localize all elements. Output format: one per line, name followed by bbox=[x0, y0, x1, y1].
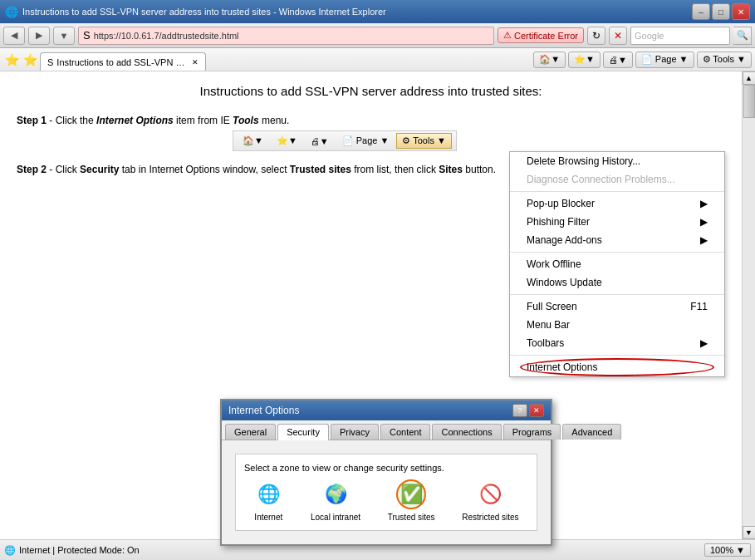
cert-error-badge[interactable]: ⚠ Certificate Error bbox=[498, 27, 584, 43]
close-button[interactable]: ✕ bbox=[732, 3, 750, 20]
url-text: https://10.0.61.7/addtrustedsite.html bbox=[94, 31, 489, 41]
forward-button[interactable]: ▶ bbox=[28, 27, 50, 45]
menu-delete-history[interactable]: Delete Browsing History... bbox=[510, 152, 724, 170]
sim-feeds[interactable]: ⭐▼ bbox=[271, 133, 303, 149]
sim-page[interactable]: 📄 Page ▼ bbox=[336, 133, 395, 149]
page-button[interactable]: 📄 Page ▼ bbox=[635, 52, 694, 68]
address-input[interactable]: S https://10.0.61.7/addtrustedsite.html bbox=[78, 27, 494, 45]
internet-options-dialog: Internet Options ? ✕ General Security Pr… bbox=[220, 399, 552, 539]
tab-advanced[interactable]: Advanced bbox=[562, 424, 621, 440]
dialog-close-button[interactable]: ✕ bbox=[529, 404, 544, 417]
dialog-body: Select a zone to view or change security… bbox=[222, 440, 551, 539]
zones-panel: Select a zone to view or change security… bbox=[235, 454, 537, 531]
tab-close-icon[interactable]: ✕ bbox=[192, 58, 199, 66]
sim-tools[interactable]: ⚙ Tools ▼ bbox=[396, 133, 451, 149]
tab-label: Security bbox=[287, 427, 320, 437]
zone-restricted-sites[interactable]: 🚫 Restricted sites bbox=[462, 479, 518, 522]
menu-item-label: Windows Update bbox=[527, 277, 602, 288]
zone-trusted-label: Trusted sites bbox=[388, 513, 435, 522]
status-globe-icon: 🌐 bbox=[4, 545, 16, 556]
stop-button[interactable]: ✕ bbox=[609, 27, 627, 45]
zone-intranet-icon: 🌍 bbox=[321, 479, 351, 509]
status-right: 100% ▼ bbox=[704, 543, 751, 557]
step1-text2: item from IE bbox=[176, 115, 233, 126]
step2-bold2: Trusted sites bbox=[290, 164, 351, 175]
zoom-value: 100% bbox=[710, 545, 733, 555]
step1-text3: menu. bbox=[262, 115, 289, 126]
sim-home[interactable]: 🏠▼ bbox=[237, 133, 269, 149]
favorites-star[interactable]: ⭐ bbox=[3, 52, 20, 68]
menu-windows-update[interactable]: Windows Update bbox=[510, 273, 724, 292]
tab-strip: S Instructions to add SSL-VPN server add… bbox=[40, 48, 532, 71]
zone-local-intranet[interactable]: 🌍 Local intranet bbox=[311, 479, 360, 522]
ie-icon: 🌐 bbox=[5, 6, 18, 18]
zone-trusted-icon: ✅ bbox=[396, 479, 426, 509]
step2-text3: from list, then click bbox=[354, 164, 439, 175]
tab-content[interactable]: Content bbox=[380, 424, 431, 440]
step1-number: Step 1 bbox=[17, 115, 47, 126]
scroll-up-button[interactable]: ▲ bbox=[743, 71, 756, 85]
tab-general[interactable]: General bbox=[225, 424, 276, 440]
tab-privacy[interactable]: Privacy bbox=[331, 424, 379, 440]
scroll-thumb[interactable] bbox=[743, 85, 755, 118]
step1-italic1: Internet Options bbox=[96, 115, 174, 126]
dialog-title-text: Internet Options bbox=[228, 405, 299, 416]
zone-internet[interactable]: 🌐 Internet bbox=[253, 479, 283, 522]
tab-programs[interactable]: Programs bbox=[503, 424, 561, 440]
menu-work-offline[interactable]: Work Offline bbox=[510, 255, 724, 273]
tab-label: Advanced bbox=[571, 427, 612, 437]
scroll-down-button[interactable]: ▼ bbox=[743, 526, 756, 539]
submenu-arrow: ▶ bbox=[700, 198, 708, 209]
submenu-arrow: ▶ bbox=[700, 234, 708, 246]
step2-text2: tab in Internet Options window, select bbox=[122, 164, 290, 175]
vertical-scrollbar: ▲ ▼ bbox=[742, 71, 755, 539]
add-favorites[interactable]: ⭐ bbox=[22, 52, 38, 68]
menu-internet-options[interactable]: Internet Options bbox=[510, 358, 724, 376]
tab-security[interactable]: Security bbox=[277, 424, 329, 440]
print-button[interactable]: 🖨▼ bbox=[603, 52, 633, 68]
tab-label: Instructions to add SSL-VPN server addre… bbox=[56, 57, 189, 67]
window-controls: – □ ✕ bbox=[692, 3, 750, 20]
zone-internet-label: Internet bbox=[254, 513, 282, 522]
menu-phishing[interactable]: Phishing Filter ▶ bbox=[510, 213, 724, 231]
main-toolbar: ⭐ ⭐ S Instructions to add SSL-VPN server… bbox=[0, 48, 755, 71]
tab-label: Programs bbox=[512, 427, 552, 437]
zoom-button[interactable]: 100% ▼ bbox=[704, 543, 751, 557]
menu-toolbars[interactable]: Toolbars ▶ bbox=[510, 334, 724, 352]
tab-connections[interactable]: Connections bbox=[432, 424, 501, 440]
step1-label: Step 1 - Click the Internet Options item… bbox=[17, 115, 725, 126]
dropdown-button[interactable]: ▼ bbox=[53, 27, 75, 45]
zone-instruction: Select a zone to view or change security… bbox=[244, 463, 528, 473]
menu-sep-2 bbox=[510, 252, 724, 253]
menu-menu-bar[interactable]: Menu Bar bbox=[510, 316, 724, 334]
menu-popup-blocker[interactable]: Pop-up Blocker ▶ bbox=[510, 194, 724, 213]
feeds-button[interactable]: ⭐▼ bbox=[568, 52, 601, 68]
menu-item-label: Phishing Filter bbox=[527, 216, 590, 228]
content-area: Instructions to add SSL-VPN server addre… bbox=[0, 71, 755, 539]
menu-full-screen[interactable]: Full Screen F11 bbox=[510, 297, 724, 316]
menu-shortcut: F11 bbox=[690, 301, 708, 312]
search-placeholder: Google bbox=[635, 31, 664, 41]
scroll-track[interactable] bbox=[743, 85, 755, 526]
search-button[interactable]: 🔍 bbox=[733, 27, 752, 45]
back-button[interactable]: ◀ bbox=[3, 27, 25, 45]
step2-bold1: Security bbox=[80, 164, 119, 175]
minimize-button[interactable]: – bbox=[692, 3, 710, 20]
toolbar-right: 🏠▼ ⭐▼ 🖨▼ 📄 Page ▼ ⚙ Tools ▼ bbox=[533, 52, 752, 68]
tools-button[interactable]: ⚙ Tools ▼ bbox=[697, 52, 752, 68]
home-button[interactable]: 🏠▼ bbox=[533, 52, 566, 68]
zone-restricted-icon: 🚫 bbox=[475, 479, 505, 509]
maximize-button[interactable]: □ bbox=[712, 3, 730, 20]
zone-trusted-sites[interactable]: ✅ Trusted sites bbox=[388, 479, 435, 522]
search-input[interactable]: Google bbox=[630, 27, 730, 45]
tools-dropdown: Delete Browsing History... Diagnose Conn… bbox=[509, 151, 725, 377]
tab-0[interactable]: S Instructions to add SSL-VPN server add… bbox=[40, 52, 206, 71]
refresh-button[interactable]: ↻ bbox=[587, 27, 605, 45]
sim-print[interactable]: 🖨▼ bbox=[305, 134, 335, 149]
address-bar: ◀ ▶ ▼ S https://10.0.61.7/addtrustedsite… bbox=[0, 23, 755, 48]
zoom-chevron: ▼ bbox=[736, 545, 745, 555]
dialog-help-button[interactable]: ? bbox=[512, 404, 527, 417]
tab-label: General bbox=[234, 427, 267, 437]
menu-addons[interactable]: Manage Add-ons ▶ bbox=[510, 231, 724, 249]
menu-sep-1 bbox=[510, 191, 724, 192]
